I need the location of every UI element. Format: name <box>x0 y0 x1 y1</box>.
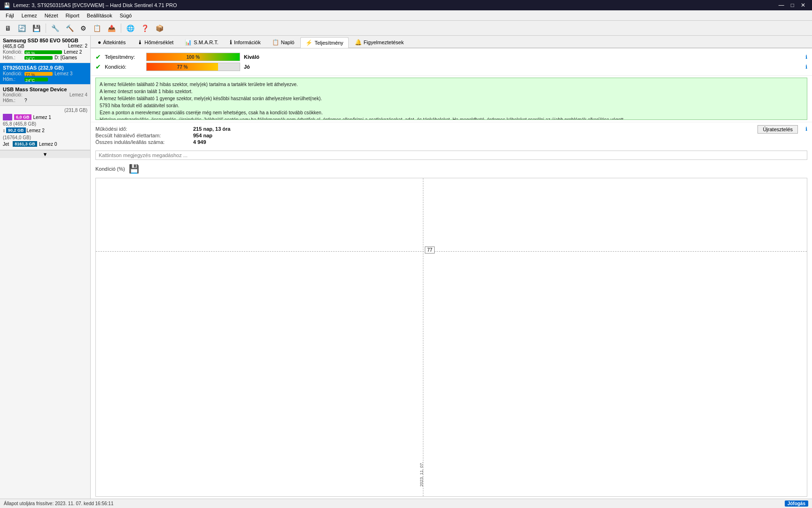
info-mukodesi-val: 215 nap, 13 óra <box>193 126 231 132</box>
sidebar-item-usb[interactable]: USB Mass Storage Device Kondíció: Lemez … <box>0 85 90 106</box>
part-row-3: Jet 8161,3 GB Lemez 0 <box>3 141 87 147</box>
chart-area: 77 2023. 11. 07. <box>91 176 812 499</box>
tab-naplo-label: Napló <box>281 40 295 45</box>
toolbar-btn-4[interactable]: 🔧 <box>48 23 62 34</box>
tab-info-icon: ℹ <box>230 39 232 46</box>
status-bar: Állapot utoljára frissítve: 2023. 11. 07… <box>0 499 812 508</box>
kondicio-bar-label: 77 % <box>177 64 188 70</box>
st9250-kondicio-label: Kondíció: <box>3 71 23 76</box>
part-disk1-size: (231,8 GB) <box>3 108 87 113</box>
tab-homerseklet-icon: 🌡 <box>137 39 143 46</box>
tab-naplo-icon: 📋 <box>272 39 279 46</box>
minimize-button[interactable]: — <box>776 1 787 9</box>
kondicio-chart-section: Kondíció (%) 💾 <box>91 162 812 176</box>
teljesitmeny-row: ✔ Teljesítmény: 100 % Kiváló ℹ <box>95 53 807 61</box>
teljesitmeny-bar-container: 100 % <box>146 53 240 61</box>
sidebar-item-st9250[interactable]: ST9250315AS (232,9 GB) Kondíció: 77 % Le… <box>0 63 90 85</box>
teljesitmeny-info-icon[interactable]: ℹ <box>805 54 807 60</box>
save-chart-button[interactable]: 💾 <box>128 163 140 175</box>
tab-teljesitmeny[interactable]: ⚡ Teljesítmény <box>300 37 348 48</box>
st9250-name: ST9250315AS (232,9 GB) <box>3 65 87 71</box>
info-mukodesi-label: Működési idő: <box>95 126 189 132</box>
st9250-hom-row: Hőm.: 24°C <box>3 77 87 82</box>
st9250-hom-bar: 24°C <box>24 78 48 81</box>
part-disk3-size: (16764,0 GB) <box>3 135 87 140</box>
chart-77-text: 77 <box>427 247 432 253</box>
menu-fajl[interactable]: Fájl <box>2 12 18 19</box>
sidebar-scroll-down[interactable]: ▼ <box>0 150 90 158</box>
sidebar-item-samsung[interactable]: Samsung SSD 850 EVO 500GB (465,8 GB Leme… <box>0 36 90 63</box>
usb-kondicio: Kondíció: <box>3 92 23 97</box>
tab-naplo[interactable]: 📋 Napló <box>267 37 300 48</box>
toolbar-btn-10[interactable]: ❓ <box>138 23 152 34</box>
main-container: Samsung SSD 850 EVO 500GB (465,8 GB Leme… <box>0 36 812 499</box>
toolbar-btn-8[interactable]: 📤 <box>105 23 118 34</box>
tab-figyelm-label: Figyelmeztetések <box>364 40 404 45</box>
samsung-kondicio-bar: 98 % <box>24 50 62 54</box>
chart-date-label: 2023. 11. 07. <box>419 462 424 487</box>
samsung-kondicio-lemez: Lemez 2 <box>64 49 82 55</box>
info-becsult-label: Becsült hátralévő élettartam: <box>95 133 189 138</box>
menu-sugo[interactable]: Súgó <box>116 12 136 19</box>
maximize-button[interactable]: □ <box>788 1 797 9</box>
note-input[interactable] <box>95 151 807 160</box>
toolbar-btn-11[interactable]: 📦 <box>153 23 166 34</box>
tab-homerseklet[interactable]: 🌡 Hőmérséklet <box>132 37 179 48</box>
title-bar: 💾 Lemez: 3, ST9250315AS [5VC5VWEM] – Har… <box>0 0 812 10</box>
toolbar-btn-9[interactable]: 🌐 <box>124 23 137 34</box>
kondicio-info-icon[interactable]: ℹ <box>805 64 807 70</box>
chart-container: 77 2023. 11. 07. <box>95 178 807 497</box>
menu-beallitasok[interactable]: Beállítások <box>83 12 116 19</box>
samsung-hom-bar: 24°C <box>24 56 53 60</box>
tab-teljesitmeny-label: Teljesítmény <box>314 40 343 46</box>
samsung-hom-drive: D: [Games <box>55 55 77 60</box>
toolbar-btn-7[interactable]: 📋 <box>90 23 104 34</box>
tab-smart-icon: 📊 <box>185 39 192 46</box>
retest-info-icon[interactable]: ℹ <box>805 126 807 132</box>
toolbar: 🖥 🔄 💾 🔧 🔨 ⚙ 📋 📤 🌐 ❓ 📦 <box>0 21 812 36</box>
st9250-hom-val: 24°C <box>24 78 35 83</box>
title-bar-left: 💾 Lemez: 3, ST9250315AS [5VC5VWEM] – Har… <box>4 2 177 8</box>
tab-attekintes-label: Áttekintés <box>103 40 125 45</box>
title-bar-controls[interactable]: — □ ✕ <box>776 1 808 9</box>
chart-dashed-hline <box>96 251 807 252</box>
part-row-1: 6,0 GB Lemez 1 <box>3 114 87 120</box>
info-becsult-val: 954 nap <box>193 133 212 138</box>
toolbar-btn-1[interactable]: 🖥 <box>2 23 14 34</box>
tab-informaciok[interactable]: ℹ Információk <box>225 37 266 48</box>
toolbar-btn-6[interactable]: ⚙ <box>78 23 89 34</box>
info-osszes-row: Összes indulás/leállás száma: 4 949 <box>95 139 807 145</box>
tab-figyelmeztetesek[interactable]: 🔔 Figyelmeztetések <box>350 37 409 48</box>
app-icon: 💾 <box>4 2 10 8</box>
kondicio-bar: 77 % <box>147 63 218 71</box>
warning-box: A lemez felületén található 2 hibás szek… <box>95 78 807 120</box>
part-row-2: ↕ 90,2 GB Lemez 2 <box>3 127 87 133</box>
close-button[interactable]: ✕ <box>798 1 808 9</box>
part-label-3: 8161,3 GB <box>13 141 37 147</box>
tab-attekintes[interactable]: ● Áttekintés <box>93 37 131 48</box>
warning-line: A lemez felületén található 2 hibás szek… <box>100 81 803 88</box>
tab-smart[interactable]: 📊 S.M.A.R.T. <box>180 37 224 48</box>
toolbar-btn-3[interactable]: 💾 <box>30 23 43 34</box>
toolbar-btn-5[interactable]: 🔨 <box>63 23 77 34</box>
warning-line: A lemez felületén található 1 gyenge sze… <box>100 95 803 102</box>
kondicio-chart-label: Kondíció (%) <box>95 166 125 172</box>
samsung-hom-label: Hőm.: <box>3 55 23 60</box>
part-lemez-2: Lemez 2 <box>27 128 45 133</box>
menu-riport[interactable]: Riport <box>62 12 83 19</box>
teljesitmeny-bar-label: 100 % <box>187 55 200 60</box>
samsung-hom-row: Hőm.: 24°C D: [Games <box>3 55 87 60</box>
retest-button[interactable]: Újratesztelés <box>757 125 798 134</box>
teljesitmeny-bar: 100 % <box>147 53 240 61</box>
usb-detail: Kondíció: Lemez 4 <box>3 92 87 97</box>
samsung-disk-name: Samsung SSD 850 EVO 500GB (465,8 GB Leme… <box>3 38 87 49</box>
menu-nezet[interactable]: Nézet <box>41 12 62 19</box>
part-lemez-1: Lemez 1 <box>33 115 51 120</box>
part-disk2-size: 65,8 (465,8 GB) <box>3 121 87 127</box>
tab-homerseklet-label: Hőmérséklet <box>145 40 174 45</box>
tab-attekintes-icon: ● <box>98 39 101 46</box>
toolbar-btn-2[interactable]: 🔄 <box>15 23 29 34</box>
chart-inner: 77 2023. 11. 07. <box>96 178 807 496</box>
menu-lemez[interactable]: Lemez <box>18 12 41 19</box>
teljesitmeny-label: Teljesítmény: <box>105 54 142 60</box>
